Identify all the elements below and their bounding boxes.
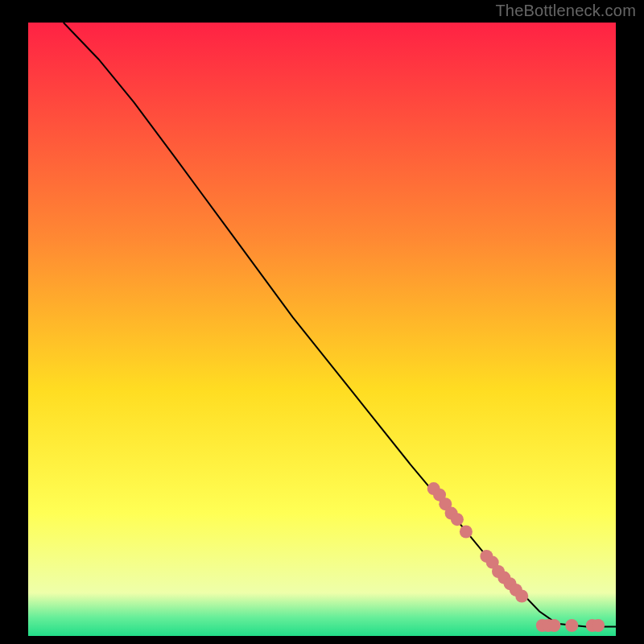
chart-marker: [592, 619, 605, 632]
chart-marker: [547, 619, 560, 632]
chart-gradient-background: [28, 23, 616, 636]
chart-marker: [515, 590, 528, 603]
chart-marker: [451, 513, 464, 526]
watermark-text: TheBottleneck.com: [495, 2, 636, 20]
bottleneck-chart: [0, 0, 644, 644]
chart-marker: [460, 526, 473, 539]
chart-marker: [565, 619, 578, 632]
